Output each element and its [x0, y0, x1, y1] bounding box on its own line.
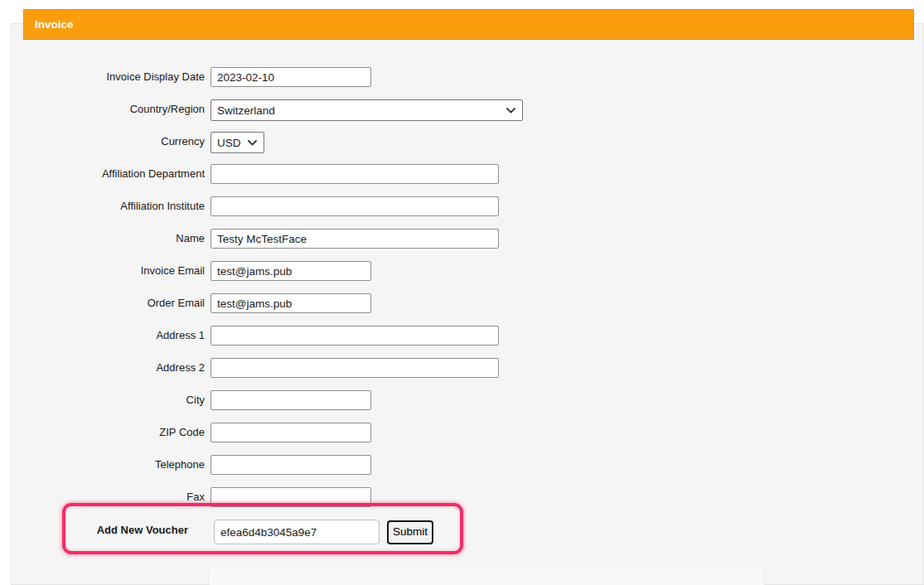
- invoice-email-input[interactable]: [210, 261, 371, 281]
- address-2-input[interactable]: [210, 358, 499, 378]
- form-row-fax: Fax: [12, 487, 923, 507]
- next-section-panel: [209, 568, 765, 585]
- voucher-code-input[interactable]: [214, 520, 380, 544]
- field-label-city: City: [12, 390, 210, 410]
- order-email-input[interactable]: [210, 293, 371, 313]
- address-1-input[interactable]: [210, 326, 499, 346]
- form-row-affiliation-department: Affiliation Department: [12, 164, 923, 184]
- invoice-form-fields: Invoice Display DateCountry/RegionSwitze…: [12, 24, 923, 507]
- telephone-input[interactable]: [210, 455, 371, 475]
- form-row-name: Name: [12, 229, 923, 249]
- field-label-zip-code: ZIP Code: [12, 423, 210, 442]
- country-region-select[interactable]: Switzerland: [210, 99, 523, 121]
- form-row-order-email: Order Email: [12, 293, 923, 313]
- form-row-telephone: Telephone: [12, 455, 923, 475]
- form-row-city: City: [12, 390, 923, 410]
- currency-select[interactable]: USD: [210, 132, 264, 153]
- affiliation-department-input[interactable]: [210, 164, 499, 184]
- field-label-affiliation-department: Affiliation Department: [12, 164, 210, 184]
- chevron-down-icon: [506, 108, 515, 114]
- field-label-invoice-email: Invoice Email: [12, 261, 210, 281]
- form-row-address-1: Address 1: [12, 326, 923, 346]
- invoice-form-panel: Invoice Display DateCountry/RegionSwitze…: [11, 23, 924, 585]
- form-row-country-region: Country/RegionSwitzerland: [12, 99, 923, 119]
- invoice-section-header: Invoice: [23, 9, 914, 40]
- fax-input[interactable]: [210, 487, 371, 507]
- form-row-zip-code: ZIP Code: [12, 423, 923, 442]
- field-label-address-2: Address 2: [12, 358, 210, 378]
- field-label-affiliation-institute: Affiliation Institute: [12, 196, 210, 216]
- chevron-down-icon: [248, 140, 257, 146]
- name-input[interactable]: [210, 229, 499, 249]
- add-voucher-row: Add New Voucher Submit: [12, 520, 923, 544]
- select-value: Switzerland: [217, 104, 275, 117]
- city-input[interactable]: [210, 390, 371, 410]
- page-title: Invoice: [35, 18, 74, 31]
- form-row-affiliation-institute: Affiliation Institute: [12, 196, 923, 216]
- field-label-country-region: Country/Region: [12, 99, 210, 119]
- field-label-order-email: Order Email: [12, 293, 210, 313]
- field-label-fax: Fax: [12, 487, 210, 507]
- field-label-address-1: Address 1: [12, 326, 210, 346]
- zip-code-input[interactable]: [210, 423, 371, 442]
- field-label-invoice-display-date: Invoice Display Date: [12, 67, 210, 87]
- select-value: USD: [217, 137, 241, 149]
- voucher-submit-button[interactable]: Submit: [387, 520, 433, 544]
- field-label-name: Name: [12, 229, 210, 249]
- form-row-currency: CurrencyUSD: [12, 132, 923, 152]
- form-row-invoice-email: Invoice Email: [12, 261, 923, 281]
- form-row-invoice-display-date: Invoice Display Date: [12, 67, 923, 87]
- field-label-telephone: Telephone: [12, 455, 210, 475]
- form-row-address-2: Address 2: [12, 358, 923, 378]
- invoice-page: Invoice Invoice Display DateCountry/Regi…: [0, 0, 924, 585]
- field-label-currency: Currency: [12, 132, 210, 152]
- affiliation-institute-input[interactable]: [210, 196, 499, 216]
- invoice-display-date-input[interactable]: [210, 67, 371, 87]
- add-voucher-label: Add New Voucher: [12, 520, 210, 541]
